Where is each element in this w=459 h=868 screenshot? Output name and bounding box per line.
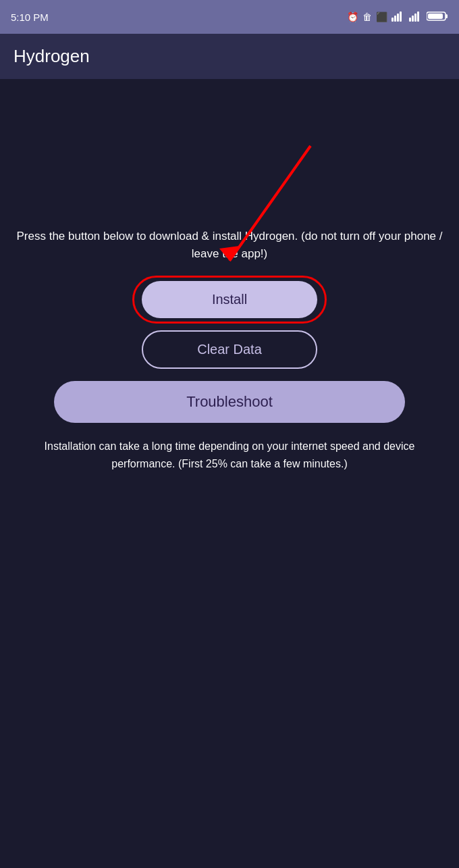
instruction-text: Press the button below to download & ins… xyxy=(16,228,443,262)
title-bar: Hydrogen xyxy=(0,34,459,79)
svg-rect-5 xyxy=(412,16,414,22)
app-title: Hydrogen xyxy=(14,46,90,66)
svg-rect-7 xyxy=(417,11,419,22)
svg-rect-3 xyxy=(400,11,402,22)
troubleshoot-button[interactable]: Troubleshoot xyxy=(54,381,405,423)
screen-icon: ⬛ xyxy=(376,11,387,22)
status-bar: 5:10 PM ⏰ 🗑 ⬛ xyxy=(0,0,459,34)
full-page: 5:10 PM ⏰ 🗑 ⬛ xyxy=(0,0,459,868)
info-note: Installation can take a long time depend… xyxy=(16,438,443,472)
install-button[interactable]: Install xyxy=(142,281,317,318)
alarm-icon: ⏰ xyxy=(347,11,358,22)
svg-rect-9 xyxy=(446,14,448,18)
wifi-icon xyxy=(392,11,405,24)
svg-rect-0 xyxy=(392,18,394,22)
status-icons: ⏰ 🗑 ⬛ xyxy=(347,11,448,24)
svg-rect-1 xyxy=(394,16,396,22)
svg-rect-2 xyxy=(397,14,399,22)
trash-icon: 🗑 xyxy=(362,11,372,22)
clear-data-button[interactable]: Clear Data xyxy=(142,330,317,369)
install-button-wrapper: Install xyxy=(142,281,317,318)
signal-icon xyxy=(409,11,423,24)
status-time: 5:10 PM xyxy=(11,11,49,23)
main-content: Press the button below to download & ins… xyxy=(0,79,459,868)
battery-icon xyxy=(427,11,448,24)
svg-rect-6 xyxy=(414,14,416,22)
svg-rect-10 xyxy=(428,14,443,19)
svg-rect-4 xyxy=(409,18,411,22)
